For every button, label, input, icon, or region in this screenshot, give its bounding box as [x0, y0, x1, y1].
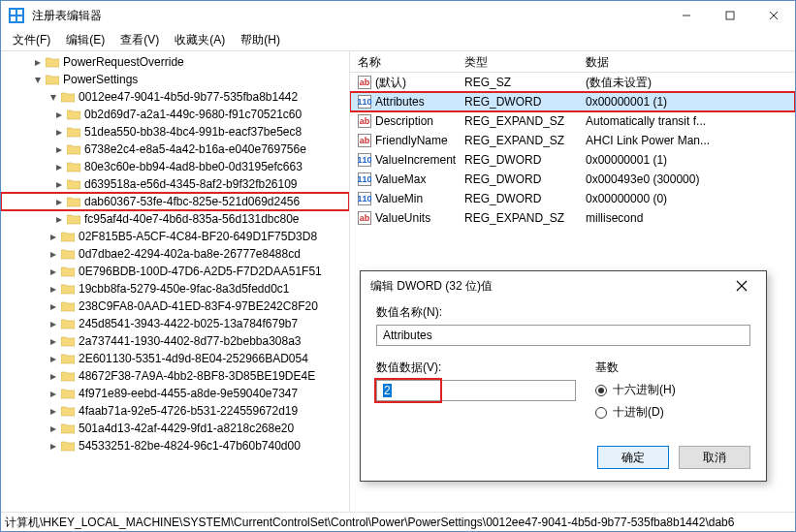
value-str-icon: ab [358, 76, 371, 89]
tree-node[interactable]: ▸48672F38-7A9A-4bb2-8BF8-3D85BE19DE4E [1, 367, 349, 385]
list-row[interactable]: abFriendlyNameREG_EXPAND_SZAHCI Link Pow… [350, 131, 795, 150]
tree-node[interactable]: ▸6738e2c4-e8a5-4a42-b16a-e040e769756e [1, 141, 349, 158]
value-data: AHCI Link Power Man... [578, 134, 795, 147]
titlebar: 注册表编辑器 [1, 1, 795, 30]
tree-node[interactable]: ▸0b2d69d7-a2a1-449c-9680-f91c70521c60 [1, 106, 349, 123]
radio-hex[interactable]: 十六进制(H) [595, 382, 750, 398]
tree-label: 0b2d69d7-a2a1-449c-9680-f91c70521c60 [84, 108, 302, 121]
tree-node[interactable]: ▾PowerSettings [1, 71, 349, 88]
menu-item[interactable]: 收藏夹(A) [167, 30, 233, 50]
list-row[interactable]: 110ValueMaxREG_DWORD0x000493e0 (300000) [350, 170, 795, 189]
tree-node[interactable]: ▸dab60367-53fe-4fbc-825e-521d069d2456 [1, 193, 349, 210]
svg-rect-2 [11, 16, 16, 21]
expander-icon[interactable]: ▸ [53, 109, 65, 120]
tree-node[interactable]: ▸238C9FA8-0AAD-41ED-83F4-97BE242C8F20 [1, 297, 349, 315]
ok-button[interactable]: 确定 [597, 446, 669, 469]
close-button[interactable] [751, 1, 795, 30]
expander-icon[interactable]: ▸ [48, 300, 59, 312]
tree-node[interactable]: ▸2E601130-5351-4d9d-8E04-252966BAD054 [1, 350, 349, 367]
tree-panel[interactable]: ▸PowerRequestOverride▾PowerSettings▾0012… [1, 51, 350, 512]
list-row[interactable]: ab(默认)REG_SZ(数值未设置) [350, 73, 795, 92]
expander-icon[interactable]: ▸ [53, 161, 65, 172]
tree-node[interactable]: ▸0d7dbae2-4294-402a-ba8e-26777e8488cd [1, 245, 349, 263]
window-title: 注册表编辑器 [32, 8, 664, 24]
expander-icon[interactable]: ▸ [48, 440, 59, 452]
value-data-input[interactable]: 2 [376, 380, 576, 401]
expander-icon[interactable]: ▸ [53, 143, 65, 155]
list-row[interactable]: abValueUnitsREG_EXPAND_SZmillisecond [350, 208, 795, 228]
expander-icon[interactable]: ▸ [48, 422, 59, 434]
tree-node[interactable]: ▸PowerRequestOverride [1, 53, 349, 71]
value-name: FriendlyName [375, 134, 448, 147]
folder-icon [61, 353, 75, 364]
radio-hex-indicator [595, 385, 607, 396]
value-name: Description [375, 114, 433, 128]
tree-node[interactable]: ▸fc95af4d-40e7-4b6d-835a-56d131dbc80e [1, 210, 349, 228]
tree-node[interactable]: ▾0012ee47-9041-4b5d-9b77-535fba8b1442 [1, 88, 349, 106]
maximize-button[interactable] [708, 1, 751, 30]
menu-item[interactable]: 编辑(E) [58, 30, 112, 50]
value-data: 0x00000001 (1) [578, 153, 795, 167]
value-type: REG_DWORD [457, 192, 578, 205]
expander-icon[interactable]: ▸ [48, 405, 59, 417]
tree-node[interactable]: ▸4faab71a-92e5-4726-b531-224559672d19 [1, 402, 349, 420]
expander-icon[interactable]: ▸ [53, 213, 65, 225]
list-row[interactable]: 110ValueIncrementREG_DWORD0x00000001 (1) [350, 150, 795, 170]
list-row[interactable]: 110ValueMinREG_DWORD0x00000000 (0) [350, 189, 795, 208]
header-data[interactable]: 数据 [578, 51, 795, 72]
value-bin-icon: 110 [358, 172, 371, 186]
expander-icon[interactable]: ▾ [32, 74, 44, 85]
tree-node[interactable]: ▸4f971e89-eebd-4455-a8de-9e59040e7347 [1, 385, 349, 402]
tree-node[interactable]: ▸d639518a-e56d-4345-8af2-b9f32fb26109 [1, 175, 349, 193]
dialog-close-button[interactable] [727, 271, 756, 300]
folder-icon [67, 126, 80, 138]
value-data: 0x00000001 (1) [578, 95, 795, 109]
tree-node[interactable]: ▸245d8541-3943-4422-b025-13a784f679b7 [1, 315, 349, 332]
value-name: ValueMax [375, 172, 426, 186]
tree-node[interactable]: ▸51dea550-bb38-4bc4-991b-eacf37be5ec8 [1, 123, 349, 141]
expander-icon[interactable]: ▸ [48, 266, 59, 277]
tree-label: 19cbb8fa-5279-450e-9fac-8a3d5fedd0c1 [79, 282, 290, 296]
tree-node[interactable]: ▸2a737441-1930-4402-8d77-b2bebba308a3 [1, 332, 349, 350]
menu-item[interactable]: 查看(V) [112, 30, 167, 50]
list-row[interactable]: abDescriptionREG_EXPAND_SZAutomatically … [350, 111, 795, 131]
menu-item[interactable]: 帮助(H) [233, 30, 288, 50]
expander-icon[interactable]: ▸ [32, 56, 44, 68]
expander-icon[interactable]: ▸ [53, 196, 65, 207]
minimize-button[interactable] [664, 1, 708, 30]
expander-icon[interactable]: ▸ [48, 335, 59, 347]
expander-icon[interactable]: ▸ [53, 126, 65, 138]
value-name: ValueUnits [375, 211, 430, 225]
header-type[interactable]: 类型 [457, 51, 578, 72]
tree-node[interactable]: ▸19cbb8fa-5279-450e-9fac-8a3d5fedd0c1 [1, 280, 349, 297]
app-icon [9, 8, 24, 23]
expander-icon[interactable]: ▸ [48, 231, 59, 242]
expander-icon[interactable]: ▸ [48, 283, 59, 295]
list-row[interactable]: 110AttributesREG_DWORD0x00000001 (1) [350, 92, 795, 111]
menu-item[interactable]: 文件(F) [5, 30, 58, 50]
expander-icon[interactable]: ▸ [53, 178, 65, 190]
svg-rect-3 [17, 16, 22, 21]
expander-icon[interactable]: ▸ [48, 248, 59, 260]
header-name[interactable]: 名称 [350, 51, 457, 72]
expander-icon[interactable]: ▸ [48, 388, 59, 399]
folder-icon [61, 266, 75, 277]
svg-rect-0 [11, 10, 16, 15]
tree-node[interactable]: ▸80e3c60e-bb94-4ad8-bbe0-0d3195efc663 [1, 158, 349, 175]
expander-icon[interactable]: ▾ [48, 91, 59, 103]
folder-icon [46, 56, 59, 68]
tree-node[interactable]: ▸02F815B5-A5CF-4C84-BF20-649D1F75D3D8 [1, 228, 349, 245]
value-data: (数值未设置) [578, 75, 795, 91]
expander-icon[interactable]: ▸ [48, 318, 59, 329]
value-name-input[interactable] [376, 325, 750, 346]
tree-node[interactable]: ▸0E796BDB-100D-47D6-A2D5-F7D2DAA51F51 [1, 263, 349, 280]
folder-icon [67, 178, 80, 190]
radio-dec[interactable]: 十进制(D) [595, 404, 750, 421]
tree-node[interactable]: ▸54533251-82be-4824-96c1-47b60b740d00 [1, 437, 349, 454]
expander-icon[interactable]: ▸ [48, 370, 59, 382]
value-data: 0x00000000 (0) [578, 192, 795, 205]
expander-icon[interactable]: ▸ [48, 353, 59, 364]
folder-icon [61, 440, 75, 452]
tree-node[interactable]: ▸501a4d13-42af-4429-9fd1-a8218c268e20 [1, 420, 349, 437]
cancel-button[interactable]: 取消 [679, 446, 750, 469]
